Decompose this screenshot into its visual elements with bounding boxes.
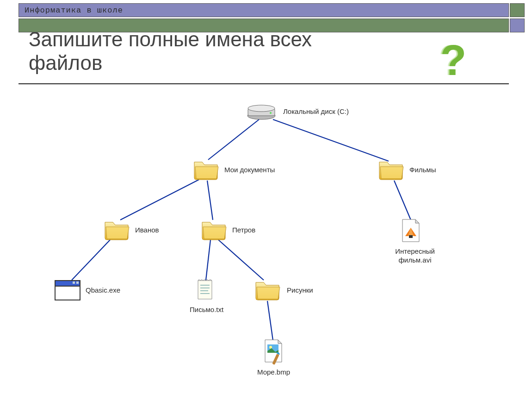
docs-label: Мои документы	[224, 166, 275, 174]
folder-icon	[377, 157, 406, 183]
svg-rect-24	[409, 235, 413, 238]
txt-icon	[193, 277, 217, 305]
file-tree-diagram: Локальный диск (C:) Мои документы Фильмы…	[0, 0, 532, 400]
svg-rect-16	[76, 281, 79, 284]
folder-icon	[200, 218, 229, 244]
qbasic-label: Qbasic.exe	[86, 286, 120, 294]
disk-icon	[245, 102, 278, 123]
sea-label: Море.bmp	[257, 368, 290, 376]
avi-icon	[399, 218, 423, 247]
svg-rect-15	[73, 281, 75, 284]
letter-label: Письмо.txt	[190, 306, 223, 313]
folder-icon	[103, 218, 131, 244]
bmp-icon	[261, 338, 285, 368]
root-label: Локальный диск (C:)	[283, 107, 349, 115]
movie-label: Интересный фильм.avi	[390, 247, 440, 265]
pics-label: Рисунки	[287, 286, 313, 294]
ivanov-label: Иванов	[135, 226, 159, 234]
exe-icon	[53, 278, 82, 304]
petrov-label: Петров	[232, 226, 255, 234]
svg-point-11	[248, 105, 275, 112]
folder-icon	[254, 278, 282, 304]
svg-point-12	[270, 112, 272, 114]
svg-rect-14	[55, 281, 80, 286]
folder-icon	[192, 157, 221, 183]
films-label: Фильмы	[409, 166, 436, 174]
